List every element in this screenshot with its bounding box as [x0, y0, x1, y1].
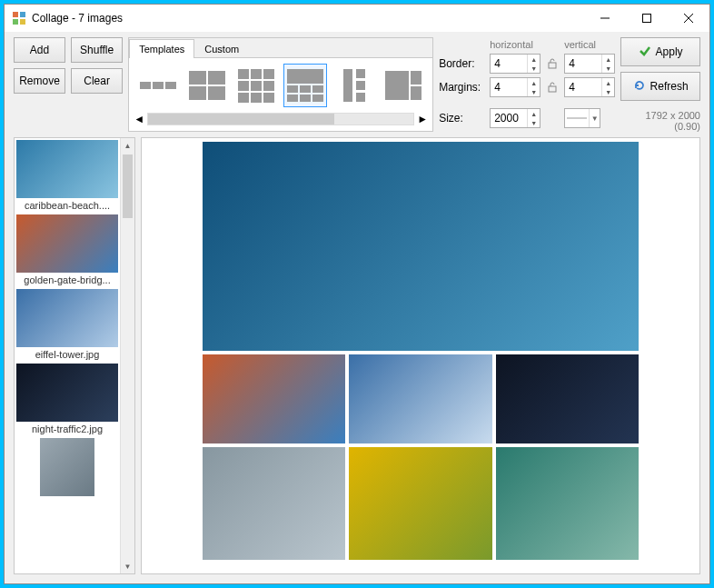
thumbnail-caption: caribbean-beach.... [16, 198, 118, 213]
shuffle-button[interactable]: Shuffle [71, 37, 123, 63]
svg-rect-14 [208, 86, 225, 100]
top-toolbar: Add Shuffle Remove Clear Templates Custo… [14, 37, 700, 132]
list-item[interactable]: golden-gate-bridg... [16, 214, 118, 287]
svg-rect-25 [287, 85, 298, 93]
collage-tile[interactable] [496, 447, 639, 560]
border-label: Border: [439, 57, 484, 70]
svg-rect-5 [643, 15, 651, 23]
add-button[interactable]: Add [14, 37, 65, 63]
minimize-button[interactable] [584, 5, 626, 32]
svg-rect-19 [251, 81, 262, 91]
template-1[interactable] [136, 64, 180, 107]
svg-rect-20 [263, 81, 274, 91]
svg-rect-21 [238, 93, 249, 103]
list-item[interactable]: eiffel-tower.jpg [16, 289, 118, 362]
list-item[interactable]: caribbean-beach.... [16, 140, 118, 213]
svg-rect-22 [251, 93, 262, 103]
scroll-track[interactable] [147, 113, 414, 125]
svg-rect-37 [411, 86, 421, 100]
maximize-button[interactable] [626, 5, 668, 32]
app-icon [12, 11, 26, 25]
unlock-icon[interactable] [546, 81, 559, 94]
scroll-right-icon[interactable]: ► [416, 113, 429, 125]
apply-panel: Apply Refresh 1792 x 2000 (0.90) [620, 37, 700, 132]
size-input[interactable]: 2000▲▼ [490, 108, 540, 128]
unlock-icon[interactable] [546, 57, 559, 70]
margins-label: Margins: [439, 81, 484, 94]
template-5[interactable] [332, 64, 376, 107]
border-horizontal-input[interactable]: 4▲▼ [490, 54, 540, 74]
sidebar-scrollbar[interactable]: ▲ ▼ [120, 138, 134, 573]
scroll-thumb[interactable] [148, 114, 333, 125]
svg-rect-36 [411, 71, 421, 85]
template-panel: Templates Custom ◄ ► [128, 37, 433, 132]
svg-rect-29 [300, 95, 311, 102]
collage-tile[interactable] [203, 447, 345, 560]
apply-label: Apply [656, 45, 683, 58]
thumbnail [16, 214, 118, 273]
collage-canvas[interactable] [141, 137, 700, 574]
template-3[interactable] [234, 64, 278, 107]
svg-rect-2 [13, 19, 18, 25]
svg-rect-1 [20, 12, 25, 17]
tab-templates[interactable]: Templates [129, 39, 194, 58]
svg-rect-26 [300, 85, 311, 93]
titlebar: Collage - 7 images [5, 5, 709, 32]
collage-tile[interactable] [349, 354, 491, 443]
tab-custom[interactable]: Custom [194, 39, 249, 58]
scroll-left-icon[interactable]: ◄ [133, 113, 145, 125]
svg-rect-12 [208, 71, 225, 85]
svg-rect-3 [20, 19, 25, 25]
remove-button[interactable]: Remove [14, 68, 65, 94]
svg-rect-9 [153, 82, 164, 89]
collage-tile[interactable] [349, 447, 491, 560]
svg-rect-15 [238, 69, 249, 79]
svg-rect-17 [263, 69, 274, 79]
svg-rect-33 [356, 81, 365, 90]
scroll-down-icon[interactable]: ▼ [121, 559, 134, 573]
svg-rect-34 [356, 93, 365, 102]
collage-tile[interactable] [203, 354, 345, 443]
horizontal-header: horizontal [490, 39, 540, 50]
svg-rect-23 [263, 93, 274, 103]
list-item[interactable]: night-traffic2.jpg [16, 364, 118, 436]
template-scrollbar[interactable]: ◄ ► [129, 111, 432, 129]
clear-button[interactable]: Clear [71, 68, 123, 94]
svg-rect-13 [189, 86, 206, 100]
list-item[interactable] [16, 438, 118, 496]
svg-rect-8 [140, 82, 151, 89]
template-6[interactable] [382, 64, 425, 107]
collage-preview [203, 142, 639, 560]
size-label: Size: [439, 112, 484, 125]
refresh-button[interactable]: Refresh [620, 72, 700, 101]
svg-rect-31 [343, 69, 352, 102]
app-window: Collage - 7 images Add Shuffle Remove Cl… [4, 4, 710, 584]
scroll-up-icon[interactable]: ▲ [121, 138, 134, 153]
refresh-icon [633, 79, 646, 95]
vertical-header: vertical [564, 39, 615, 50]
svg-rect-38 [549, 63, 556, 68]
margins-vertical-input[interactable]: 4▲▼ [564, 77, 615, 97]
svg-rect-11 [189, 71, 206, 85]
image-sidebar: caribbean-beach....golden-gate-bridg...e… [14, 137, 135, 574]
svg-rect-39 [549, 86, 556, 92]
svg-rect-24 [287, 69, 323, 84]
main-area: caribbean-beach....golden-gate-bridg...e… [14, 137, 700, 574]
template-2[interactable] [185, 64, 229, 107]
image-list: caribbean-beach....golden-gate-bridg...e… [15, 138, 120, 573]
border-vertical-input[interactable]: 4▲▼ [564, 54, 615, 74]
parameters-panel: horizontal vertical Border: 4▲▼ 4▲▼ Marg… [439, 37, 615, 132]
thumbnail-caption: golden-gate-bridg... [16, 273, 118, 287]
close-button[interactable] [668, 5, 709, 32]
background-color-picker[interactable]: ▼ [564, 108, 600, 128]
refresh-label: Refresh [650, 80, 689, 93]
svg-rect-28 [287, 95, 298, 102]
apply-button[interactable]: Apply [620, 37, 700, 66]
thumbnail [16, 364, 118, 422]
sidebar-scroll-thumb[interactable] [123, 154, 133, 218]
collage-tile-main[interactable] [203, 142, 639, 351]
collage-tile[interactable] [496, 354, 639, 443]
template-4[interactable] [283, 64, 327, 107]
thumbnail-caption: night-traffic2.jpg [16, 422, 118, 436]
margins-horizontal-input[interactable]: 4▲▼ [490, 77, 540, 97]
